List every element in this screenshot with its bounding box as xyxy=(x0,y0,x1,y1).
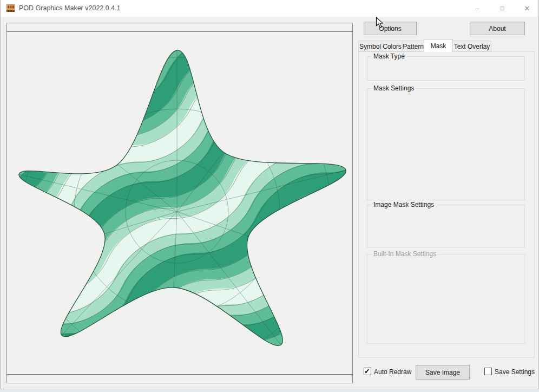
preview-frame xyxy=(6,23,353,383)
close-icon[interactable]: ✕ xyxy=(515,0,539,17)
minimize-icon[interactable]: – xyxy=(465,0,490,17)
save-settings-label[interactable]: Save Settings xyxy=(495,368,535,376)
preview-image xyxy=(7,32,352,374)
mask-type-group: Mask Type xyxy=(367,56,525,81)
save-image-button-label: Save Image xyxy=(425,369,460,376)
save-settings-checkbox[interactable] xyxy=(484,368,492,375)
app-window: { "window": { "title": "POD Graphics Mak… xyxy=(0,0,539,392)
window-bottom-border xyxy=(0,389,539,392)
save-image-button[interactable]: Save Image xyxy=(416,365,470,380)
auto-redraw-label[interactable]: Auto Redraw xyxy=(374,368,411,376)
tab-symbol[interactable]: Symbol xyxy=(358,41,382,51)
mask-settings-group: Mask Settings xyxy=(367,88,525,200)
tab-text-overlay[interactable]: Text Overlay xyxy=(452,41,491,51)
maximize-icon[interactable]: □ xyxy=(490,0,515,17)
window-title: POD Graphics Maker v2022.0.4.1 xyxy=(19,4,121,12)
options-button[interactable]: Options xyxy=(364,22,417,35)
image-mask-settings-group-title: Image Mask Settings xyxy=(371,201,436,208)
mouse-cursor xyxy=(376,17,383,28)
tab-mask[interactable]: Mask xyxy=(424,39,453,52)
title-bar: POD Graphics Maker v2022.0.4.1 – □ ✕ xyxy=(1,0,538,17)
tab-pattern[interactable]: Pattern xyxy=(402,41,424,51)
mask-settings-group-title: Mask Settings xyxy=(371,84,416,92)
auto-redraw-checkbox[interactable] xyxy=(364,368,371,375)
app-icon xyxy=(6,4,15,13)
tab-colors[interactable]: Colors xyxy=(382,41,403,51)
mask-type-group-title: Mask Type xyxy=(371,53,407,60)
built-in-mask-settings-group: Built-In Mask Settings xyxy=(367,254,525,344)
about-button-label: About xyxy=(489,25,505,32)
built-in-mask-settings-group-title: Built-In Mask Settings xyxy=(371,250,438,258)
about-button[interactable]: About xyxy=(470,22,525,35)
image-mask-settings-group: Image Mask Settings xyxy=(367,205,525,247)
frame-divider-bottom xyxy=(7,374,352,375)
